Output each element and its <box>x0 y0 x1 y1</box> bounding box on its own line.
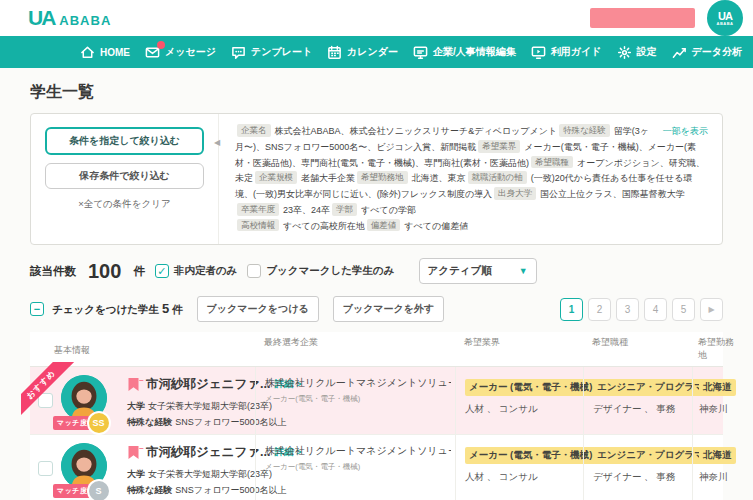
company-edit-icon <box>413 45 428 60</box>
home-icon <box>80 45 95 60</box>
filter-field-chip: 偏差値 <box>367 219 401 232</box>
col-header-job-type: 希望職種 <box>583 336 692 362</box>
nav-item-calendar[interactable]: カレンダー <box>327 45 398 60</box>
select-all-checkbox[interactable]: − <box>30 302 44 316</box>
settings-icon <box>617 45 632 60</box>
page-button-4[interactable]: 4 <box>644 298 667 321</box>
nav-item-analytics[interactable]: データ分析 <box>672 45 742 60</box>
location-others: 神奈川 <box>699 471 736 484</box>
final-company-name: 株式会社リクルートマネジメントソリューション... <box>265 444 451 458</box>
filter-conditions: 一部を表示 企業名株式会社ABABA、株式会社ソニックスリサーチ&ディベロップメ… <box>219 114 722 244</box>
col-header-basic-info: 基本情報 <box>30 336 255 362</box>
nav-item-company-edit[interactable]: 企業/人事情報編集 <box>413 45 516 60</box>
student-row: マッチ度 S 3日前 − 市河紗耶ジェニファ... 詳細 > 大学女子栄養大学短… <box>30 435 723 500</box>
student-name: 市河紗耶ジェニファ... <box>146 376 270 393</box>
student-row-checkbox[interactable] <box>38 461 53 476</box>
match-rate-badge: マッチ度 SS <box>53 413 109 433</box>
chevron-down-icon: ▼ <box>519 266 528 276</box>
checked-students-count: 5 <box>162 301 169 316</box>
filter-value-text: すべての学部 <box>361 205 416 215</box>
filter-field-chip: 希望業界 <box>478 140 520 153</box>
calendar-icon <box>327 45 342 60</box>
bookmarked-only-label[interactable]: ブックマークした学生のみ <box>266 264 394 278</box>
account-avatar[interactable]: UA ABABA <box>707 0 743 36</box>
industry-highlight-chip: メーカー (電気・電子・機械) <box>465 379 596 396</box>
page-button-3[interactable]: 3 <box>616 298 639 321</box>
filter-field-chip: 就職活動の軸 <box>468 171 527 184</box>
nav-item-mail[interactable]: メッセージ <box>145 45 216 60</box>
pagination: 12345▶ <box>560 298 723 321</box>
filter-saved-button[interactable]: 保存条件で絞り込む <box>45 163 204 189</box>
pagination-next-button[interactable]: ▶ <box>700 298 723 321</box>
industry-highlight-chip: メーカー (電気・電子・機械) <box>465 447 596 464</box>
main-nav: HOME メッセージ テンプレート カレンダー 企業/人事情報編集 利用ガイド … <box>0 36 753 68</box>
col-header-industry: 希望業界 <box>455 336 583 362</box>
nav-item-settings[interactable]: 設定 <box>617 45 657 60</box>
nav-item-template[interactable]: テンプレート <box>231 45 312 60</box>
show-partial-link[interactable]: 一部を表示 <box>663 124 708 140</box>
template-icon <box>231 45 246 60</box>
filter-field-chip: 学部 <box>332 203 357 216</box>
filter-field-chip: 希望勤務地 <box>357 171 408 184</box>
guide-icon <box>531 45 546 60</box>
location-highlight-chip: 北海道 <box>699 379 736 396</box>
filter-value-text: すべての偏差値 <box>404 221 468 231</box>
industry-others: 人材 、 コンサル <box>465 471 579 484</box>
filter-field-chip: 希望職種 <box>531 156 573 169</box>
filter-field-chip: 企業規模 <box>255 171 297 184</box>
ababa-logo[interactable]: UA ABABA <box>28 6 111 30</box>
experience-line: 特殊な経験SNSフォロワー5000名以上 <box>127 484 255 497</box>
non-offer-only-checkbox[interactable]: ✓ <box>155 264 169 278</box>
filter-value-text: 国公立上位クラス、国際基督教大学 <box>540 189 685 199</box>
filter-field-chip: 高校情報 <box>237 219 279 232</box>
page-button-5[interactable]: 5 <box>672 298 695 321</box>
student-row: おすすめ マッチ度 SS 1日前 <box>30 367 723 435</box>
bookmark-icon[interactable]: − <box>127 445 142 460</box>
top-bar: UA ABABA UA ABABA <box>0 0 753 36</box>
filter-value-text: 株式会社ABABA、株式会社ソニックスリサーチ&ディベロップメント <box>275 126 558 136</box>
col-header-location: 希望勤務地 <box>692 336 740 362</box>
nav-item-guide[interactable]: 利用ガイド <box>531 45 602 60</box>
header-account-button[interactable] <box>590 8 695 28</box>
account-logo-mark: UA <box>718 11 732 21</box>
sort-order-select[interactable]: アクティブ順 ▼ <box>419 258 537 284</box>
job-highlight-chip: エンジニア・プログラマ <box>593 447 708 464</box>
page-button-1[interactable]: 1 <box>560 298 583 321</box>
filter-value-text: すべての高校所在地 <box>283 221 365 231</box>
bookmarked-only-checkbox[interactable] <box>247 264 261 278</box>
industry-others: 人材 、 コンサル <box>465 403 579 416</box>
result-count-label: 該当件数 <box>30 264 76 279</box>
filter-value-text: 北海道、東京 <box>412 173 466 183</box>
university-line: 大学女子栄養大学短期大学部(23卒) <box>127 468 255 481</box>
job-others: デザイナー 、 事務 <box>593 471 688 484</box>
university-line: 大学女子栄養大学短期大学部(23卒) <box>127 400 255 413</box>
location-others: 神奈川 <box>699 403 736 416</box>
collapse-caret-icon[interactable]: ◀ <box>214 138 220 147</box>
page-title: 学生一覧 <box>30 82 723 103</box>
final-company-name: 株式会社リクルートマネジメントソリューション... <box>265 376 451 390</box>
result-count-unit: 件 <box>133 264 145 279</box>
notification-badge <box>157 41 165 49</box>
col-header-final-company: 最終選考企業 <box>255 336 455 362</box>
filter-field-chip: 出身大学 <box>494 187 536 200</box>
filter-specify-button[interactable]: 条件を指定して絞り込む <box>45 127 204 155</box>
filter-value-text: 23卒、24卒 <box>283 205 330 215</box>
final-company-industry: メーカー(電気・電子・機械) <box>265 462 451 472</box>
student-row-checkbox[interactable] <box>38 393 53 408</box>
match-rank: S <box>89 481 109 500</box>
non-offer-only-label[interactable]: 非内定者のみ <box>174 264 238 278</box>
job-highlight-chip: エンジニア・プログラマ <box>593 379 708 396</box>
match-rank: SS <box>89 413 109 433</box>
student-name: 市河紗耶ジェニファ... <box>146 444 270 461</box>
page-button-2[interactable]: 2 <box>588 298 611 321</box>
add-bookmark-button[interactable]: ブックマークをつける <box>197 296 319 322</box>
remove-bookmark-button[interactable]: ブックマークを外す <box>333 296 445 322</box>
nav-item-home[interactable]: HOME <box>80 45 130 60</box>
checked-students-label: チェックをつけた学生 5 件 <box>52 301 183 317</box>
logo-wordmark: ABABA <box>59 13 111 28</box>
clear-all-conditions-link[interactable]: ×全ての条件をクリア <box>45 198 204 211</box>
final-company-industry: メーカー(電気・電子・機械) <box>265 394 451 404</box>
location-highlight-chip: 北海道 <box>699 447 736 464</box>
bookmark-icon[interactable]: − <box>127 377 142 392</box>
filter-field-chip: 卒業年度 <box>237 203 279 216</box>
